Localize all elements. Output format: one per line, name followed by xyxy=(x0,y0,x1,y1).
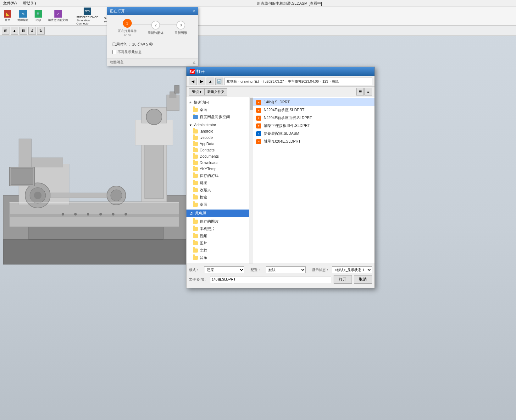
sidebar-item-links[interactable]: 链接 xyxy=(186,179,249,187)
menu-item-help[interactable]: 帮助(H) xyxy=(21,0,38,7)
footer-open-button[interactable]: 打开 xyxy=(334,275,352,284)
file-name-5: 斜锯装配体.SLDASM xyxy=(264,131,299,136)
footer-config-label: 配置： xyxy=(251,268,263,272)
toolbar-btn-compare2[interactable]: 🔍 比较 xyxy=(32,9,45,23)
svg-marker-0 xyxy=(3,227,189,239)
file-actions-bar: 组织 ▾ 新建文件夹 ☰ ≡ xyxy=(186,87,375,97)
file-organize-button[interactable]: 组织 ▾ xyxy=(189,88,204,95)
file-nav-refresh[interactable]: 🔄 xyxy=(215,78,223,85)
sidebar-item-pictures[interactable]: 图片 xyxy=(186,240,249,247)
file-name-2: NJ204E轴承座.SLDPRT xyxy=(264,107,304,113)
footer-filename-input[interactable] xyxy=(210,276,331,283)
loading-dialog: 正在打开... × 1 正在打开零件 4/156 2 重新装配体 3 重新图形 xyxy=(107,7,198,66)
file-dialog-footer: 模式： 还原 配置： 默认 显示状态： <默认>_显示状态 1 文件名(N)： … xyxy=(186,264,375,288)
toolbar-btn-3dexperience[interactable]: 3DX 3DEXPERIENCESimulationConnector xyxy=(74,7,101,26)
file-dialog-title-text: 打开 xyxy=(197,69,205,74)
footer-config-select[interactable]: 默认 xyxy=(266,266,306,273)
loading-dialog-footer: 动態消息 △ xyxy=(107,58,198,66)
footer-display-select[interactable]: <默认>_显示状态 1 xyxy=(332,266,372,273)
loading-step-3: 3 重新图形 xyxy=(175,21,187,35)
file-item-xieju[interactable]: A 斜锯装配体.SLDASM xyxy=(253,130,375,138)
loading-collapse-button[interactable]: △ xyxy=(193,60,195,64)
footer-cancel-button[interactable]: 取消 xyxy=(354,275,372,284)
toolbar-btn-measure[interactable]: 📐 量尺 xyxy=(1,9,14,23)
file-item-nj204e-seat[interactable]: P NJ204E轴承座.SLDPRT xyxy=(253,106,375,114)
sidebar-administrator-header: ▼ Administrator xyxy=(186,122,249,128)
loading-no-show-checkbox[interactable] xyxy=(112,50,116,54)
sidebar-item-this-pc[interactable]: 🖥 此电脑 xyxy=(186,210,249,217)
sidebar-item-desktop2[interactable]: 桌面 xyxy=(186,201,249,208)
breadcrumb-drive[interactable]: drawing (E:) xyxy=(241,79,259,83)
sidebar-network-header: ▼ 网络 xyxy=(186,263,249,264)
sidebar-item-ykytemp[interactable]: YKYTemp xyxy=(186,166,249,172)
vp-btn-grid[interactable]: ⊞ xyxy=(2,27,9,35)
footer-display-label: 显示状态： xyxy=(312,268,329,272)
toolbar-btn-check[interactable]: ✓ 检查激活的文档 xyxy=(46,9,70,23)
vp-btn-rotate-cw[interactable]: ↺ xyxy=(28,27,36,35)
file-content-area: ★ 快速访问 桌面 百度网盘同步空间 ▼ Administrator xyxy=(186,97,375,264)
file-name-4: 翻架下连接板组件.SLDPRT xyxy=(264,123,310,128)
vp-btn-monitor[interactable]: 🖥 xyxy=(19,27,27,35)
file-nav-forward[interactable]: ▶ xyxy=(198,78,205,85)
loading-no-show-row[interactable]: 不再显示此信息 xyxy=(112,50,193,54)
svg-point-26 xyxy=(74,213,77,215)
saved-pics-icon xyxy=(193,220,198,224)
file-icon-2: P xyxy=(256,108,261,113)
file-view-detail[interactable]: ≡ xyxy=(364,88,372,95)
file-item-140zhou[interactable]: P 140轴.SLDPRT xyxy=(253,98,375,106)
sidebar-item-android[interactable]: .android xyxy=(186,128,249,134)
file-nav-up[interactable]: ▲ xyxy=(207,78,214,85)
sidebar-item-appdata[interactable]: AppData xyxy=(186,141,249,147)
svg-rect-5 xyxy=(9,214,179,217)
file-view-icons[interactable]: ☰ ≡ xyxy=(356,88,372,95)
file-sidebar: ★ 快速访问 桌面 百度网盘同步空间 ▼ Administrator xyxy=(186,97,249,264)
sidebar-item-documents[interactable]: Documents xyxy=(186,153,249,160)
sidebar-scrollbar[interactable] xyxy=(249,97,253,264)
sidebar-item-video[interactable]: 视频 xyxy=(186,232,249,240)
music-icon xyxy=(193,256,198,260)
solidworks-icon: SW xyxy=(190,69,195,74)
sidebar-item-downloads[interactable]: Downloads xyxy=(186,160,249,166)
vp-btn-up[interactable]: ▲ xyxy=(11,27,18,35)
desktop2-folder-icon xyxy=(193,203,198,207)
saved-games-folder-icon xyxy=(193,174,198,178)
sidebar-item-contacts[interactable]: Contacts xyxy=(186,147,249,153)
video-icon xyxy=(193,234,198,238)
sidebar-item-saved-games[interactable]: 保存的游戏 xyxy=(186,172,249,179)
sidebar-item-desktop-quick[interactable]: 桌面 xyxy=(186,106,249,113)
sidebar-item-search[interactable]: 搜索 xyxy=(186,194,249,201)
sidebar-item-saved-pics[interactable]: 保存的图片 xyxy=(186,218,249,225)
baidu-folder-icon xyxy=(193,115,198,119)
file-item-bearing[interactable]: P 轴承NJ204E.SLDPRT xyxy=(253,138,375,145)
file-dialog-title-bar: SW 打开 xyxy=(186,67,375,76)
loading-dialog-close-button[interactable]: × xyxy=(193,9,195,14)
file-item-tianjia[interactable]: P 翻架下连接板组件.SLDPRT xyxy=(253,122,375,130)
sidebar-item-local-photos[interactable]: 本机照片 xyxy=(186,225,249,232)
footer-filename-label: 文件名(N)： xyxy=(189,277,208,282)
file-item-nj204e-curve[interactable]: P NJ204E轴承座曲线.SLDPRT xyxy=(253,114,375,122)
file-new-folder-button[interactable]: 新建文件夹 xyxy=(204,88,227,95)
file-nav-back[interactable]: ◀ xyxy=(189,78,197,85)
loading-time-value: 16 分钟 5 秒 xyxy=(132,42,153,46)
breadcrumb-folder2[interactable]: 中车修补2023.04.06 xyxy=(288,79,319,84)
sidebar-item-docs[interactable]: 文档 xyxy=(186,247,249,254)
breadcrumb-folder3[interactable]: 123 xyxy=(322,79,328,83)
sidebar-administrator-label: Administrator xyxy=(194,123,216,127)
breadcrumb-folder1[interactable]: lrg2023.03.27 xyxy=(263,79,284,83)
footer-mode-select[interactable]: 还原 xyxy=(204,266,244,273)
menu-item-file[interactable]: 文件(W) xyxy=(1,0,19,7)
vp-btn-rotate-ccw[interactable]: ↻ xyxy=(37,27,45,35)
breadcrumb-pc[interactable]: 此电脑 xyxy=(226,79,237,84)
sidebar-item-vscode[interactable]: .vscode xyxy=(186,134,249,141)
sidebar-item-baidu-sync[interactable]: 百度网盘同步空间 xyxy=(186,113,249,121)
file-nav-toolbar: ◀ ▶ ▲ 🔄 此电脑 › drawing (E:) › lrg2023.03.… xyxy=(186,76,375,87)
toolbar-btn-compare[interactable]: ⚖ 对称检查 xyxy=(15,9,31,23)
file-name-3: NJ204E轴承座曲线.SLDPRT xyxy=(264,115,312,121)
file-icon-6: P xyxy=(256,139,261,144)
breadcrumb-folder4[interactable]: 曲线 xyxy=(332,79,339,84)
file-view-list[interactable]: ☰ xyxy=(356,88,364,95)
sidebar-item-favorites[interactable]: 收藏夹 xyxy=(186,187,249,194)
loading-dialog-title-bar: 正在打开... × xyxy=(107,7,198,15)
sidebar-item-music[interactable]: 音乐 xyxy=(186,254,249,261)
svg-point-28 xyxy=(99,213,102,215)
